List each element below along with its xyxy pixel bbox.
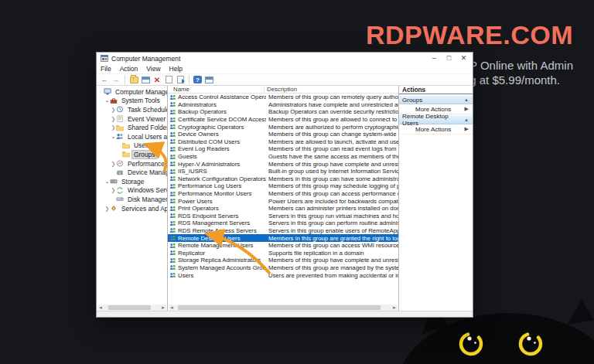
tree-item-storage[interactable]: ⌄Storage [97,177,167,186]
tree-item-disk-management[interactable]: Disk Management [97,195,167,204]
group-row-network-configuration-operators[interactable]: Network Configuration OperatorsMembers i… [168,175,398,183]
list-horizontal-scrollbar[interactable]: ◄ ► [169,304,398,311]
group-description: Members of this group can access perform… [266,190,398,197]
tree-item-event-viewer[interactable]: ❯Event Viewer [97,114,167,124]
group-row-backup-operators[interactable]: Backup OperatorsBackup Operators can ove… [168,108,398,116]
column-header-name[interactable]: Name [168,86,265,93]
actions-pane-title: Actions [399,86,473,94]
console-window-icon[interactable] [141,76,150,84]
chevron-right-icon[interactable]: ❯ [104,206,110,212]
chevron-down-icon[interactable]: ⌄ [104,179,110,185]
group-row-rds-endpoint-servers[interactable]: RDS Endpoint ServersServers in this grou… [168,213,398,220]
back-icon[interactable]: ← [100,76,109,84]
tree-item-task-scheduler[interactable]: ❯Task Scheduler [97,105,167,114]
tree-item-computer-management-local[interactable]: Computer Management (Local [97,87,167,97]
scroll-thumb[interactable] [178,305,381,310]
group-icon [169,168,176,175]
group-row-cryptographic-operators[interactable]: Cryptographic OperatorsMembers are autho… [168,123,398,131]
export-doc-icon[interactable] [176,76,185,84]
actions-section-remote-desktop-users[interactable]: Remote Desktop Users▲ [399,115,473,124]
chevron-down-icon[interactable]: ⌄ [104,97,110,104]
group-row-hyper-v-administrators[interactable]: Hyper-V AdministratorsMembers of this gr… [168,160,398,168]
group-row-distributed-com-users[interactable]: Distributed COM UsersMembers are allowed… [168,138,398,146]
group-row-event-log-readers[interactable]: Event Log ReadersMembers of this group c… [168,145,398,153]
group-row-system-managed-accounts-group[interactable]: System Managed Accounts GroupMembers of … [168,264,398,272]
tree-item-groups[interactable]: Groups [97,150,167,159]
scroll-right-icon[interactable]: ► [391,304,398,311]
tree-horizontal-scrollbar[interactable]: ◄ ► [97,304,166,311]
scroll-left-icon[interactable]: ◄ [169,304,175,311]
group-row-print-operators[interactable]: Print OperatorsMembers can administer pr… [168,205,398,213]
group-row-performance-monitor-users[interactable]: Performance Monitor UsersMembers of this… [168,190,398,198]
close-button[interactable]: ✕ [456,53,471,63]
actions-section-groups[interactable]: Groups▲ [399,95,473,104]
chevron-down-icon[interactable]: ⌄ [111,134,116,140]
menu-action[interactable]: Action [120,65,138,73]
group-row-users[interactable]: UsersUsers are prevented from making acc… [168,271,398,279]
maximize-button[interactable]: □ [442,53,456,63]
chevron-right-icon[interactable]: ❯ [111,161,116,167]
collapse-icon[interactable]: ▲ [464,97,469,102]
menu-view[interactable]: View [146,65,160,73]
chevron-right-icon[interactable]: ❯ [111,107,116,113]
forward-icon[interactable]: → [111,76,121,84]
help-icon[interactable]: ? [193,76,202,83]
chevron-right-icon[interactable]: ❯ [111,116,116,122]
console-panes: Computer Management (Local⌄System Tools❯… [97,86,473,311]
tree-item-device-manager[interactable]: Device Manager [97,168,167,177]
tree-item-label: Users [132,141,152,149]
group-row-device-owners[interactable]: Device OwnersMembers of this group can c… [168,131,398,138]
scroll-track[interactable] [175,304,391,311]
tree-item-label: Task Scheduler [126,106,168,114]
tree-item-local-users-and-groups[interactable]: ⌄Local Users and Groups [97,132,167,141]
group-icon [169,213,176,219]
group-row-certificate-service-dcom-access[interactable]: Certificate Service DCOM AccessMembers o… [168,116,398,124]
group-row-guests[interactable]: GuestsGuests have the same access as mem… [168,153,398,161]
delete-icon[interactable]: ✕ [152,76,162,84]
group-row-remote-desktop-users[interactable]: Remote Desktop UsersMembers in this grou… [168,234,398,242]
up-folder-icon[interactable] [129,76,138,84]
group-row-rds-management-servers[interactable]: RDS Management ServersServers in this gr… [168,219,398,227]
show-window-icon[interactable] [204,76,213,84]
group-icon [169,124,176,130]
group-name: Event Log Readers [178,145,266,152]
tree-item-users[interactable]: Users [97,141,167,151]
chevron-right-icon[interactable]: ❯ [111,187,116,193]
collapse-icon[interactable]: ▲ [464,117,469,122]
group-row-access-control-assistance-operators[interactable]: Access Control Assistance OperatorsMembe… [168,94,398,101]
group-name: Cryptographic Operators [178,124,266,131]
actions-section-label: Remote Desktop Users [402,113,464,127]
minimize-button[interactable]: – [427,53,442,63]
chevron-right-icon[interactable]: ❯ [111,124,116,131]
tree-item-services-and-applications[interactable]: ❯Services and Applications [97,204,167,213]
group-name: System Managed Accounts Group [178,264,266,271]
scroll-thumb[interactable] [108,305,151,310]
scroll-left-icon[interactable]: ◄ [97,304,104,311]
folder-icon [122,151,131,158]
menu-help[interactable]: Help [169,65,183,73]
tree-item-shared-folders[interactable]: ❯Shared Folders [97,123,167,132]
tree-item-windows-server-backup[interactable]: ❯Windows Server Backup [97,186,167,196]
column-header-description[interactable]: Description [265,86,398,93]
group-row-storage-replica-administrators[interactable]: Storage Replica AdministratorsMembers of… [168,257,398,264]
tree-item-system-tools[interactable]: ⌄System Tools [97,97,167,106]
menu-bar: FileActionViewHelp [97,64,473,73]
group-name: RDS Endpoint Servers [178,213,266,219]
scroll-right-icon[interactable]: ► [160,304,166,311]
menu-file[interactable]: File [101,65,111,73]
titlebar[interactable]: Computer Management – □ ✕ [97,53,473,64]
group-row-remote-management-users[interactable]: Remote Management UsersMembers of this g… [168,242,398,250]
group-row-power-users[interactable]: Power UsersPower Users are included for … [168,197,398,205]
group-row-rds-remote-access-servers[interactable]: RDS Remote Access ServersServers in this… [168,227,398,235]
group-icon [169,146,176,152]
group-row-replicator[interactable]: ReplicatorSupports file replication in a… [168,249,398,257]
cat-left-eye-glint-small [474,342,476,344]
scroll-track[interactable] [104,304,160,311]
group-row-administrators[interactable]: AdministratorsAdministrators have comple… [168,101,398,109]
tree-item-performance[interactable]: ❯Performance [97,159,167,168]
list-doc-icon[interactable] [164,76,173,84]
cat-left-eye-glint [467,336,471,340]
computer-management-icon [101,55,108,62]
group-row-iis-iusrs[interactable]: IIS_IUSRSBuilt-in group used by Internet… [168,168,398,175]
group-row-performance-log-users[interactable]: Performance Log UsersMembers of this gro… [168,182,398,190]
